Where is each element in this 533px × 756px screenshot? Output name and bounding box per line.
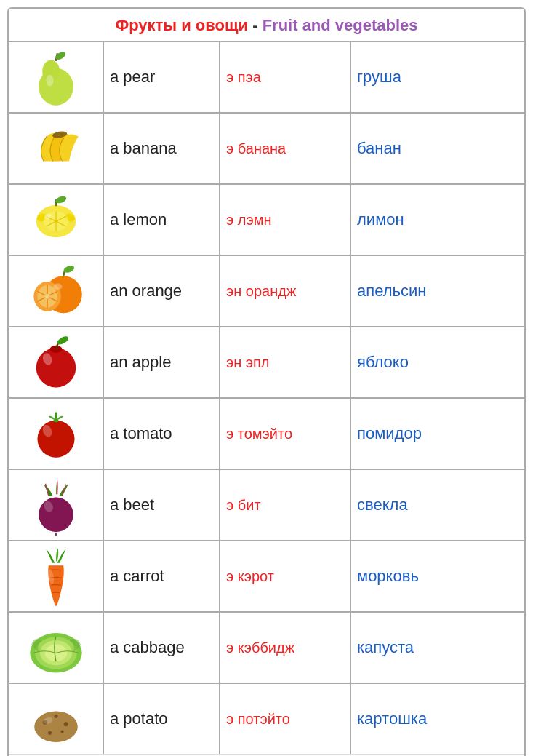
cell-image-cabbage <box>9 612 103 683</box>
table-row: a potato э потэйто картошка <box>9 683 524 754</box>
cell-russian-pear: груша <box>350 42 524 113</box>
pear-image <box>16 45 96 109</box>
cell-image-pear <box>9 42 103 113</box>
cell-transcription-apple: эн эпл <box>220 327 350 398</box>
table-row: a carrot э кэрот морковь <box>9 541 524 612</box>
title-dash: - <box>248 16 263 34</box>
orange-image <box>16 259 96 323</box>
cell-transcription-lemon: э лэмн <box>220 184 350 255</box>
svg-point-36 <box>37 420 74 457</box>
svg-point-56 <box>60 730 63 733</box>
potato-image <box>16 687 96 751</box>
cell-transcription-potato: э потэйто <box>220 683 350 754</box>
cell-transcription-orange: эн орандж <box>220 255 350 327</box>
cell-transcription-beet: э бит <box>220 469 350 541</box>
cell-image-banana <box>9 113 103 184</box>
lemon-image <box>16 188 96 252</box>
cell-transcription-carrot: э кэрот <box>220 541 350 612</box>
table-row: an orange эн орандж апельсин <box>9 255 524 327</box>
cell-russian-carrot: морковь <box>350 541 524 612</box>
vocabulary-card: Фрукты и овощи - Fruit and vegetables a … <box>7 7 526 756</box>
table-row: a banana э банана банан <box>9 113 524 184</box>
beet-image <box>16 473 96 537</box>
svg-point-6 <box>46 75 53 86</box>
cell-english-pear: a pear <box>103 42 220 113</box>
table-row: a pear э пэа груша <box>9 42 524 113</box>
cell-english-lemon: a lemon <box>103 184 220 255</box>
cell-transcription-banana: э банана <box>220 113 350 184</box>
tomato-image <box>16 402 96 466</box>
apple-image <box>16 330 96 394</box>
cell-russian-cabbage: капуста <box>350 612 524 683</box>
cell-english-tomato: a tomato <box>103 398 220 469</box>
cell-russian-potato: картошка <box>350 683 524 754</box>
svg-point-53 <box>54 714 57 717</box>
cell-image-beet <box>9 469 103 541</box>
cell-image-tomato <box>9 398 103 469</box>
title-bar: Фрукты и овощи - Fruit and vegetables <box>9 9 524 42</box>
cell-english-potato: a potato <box>103 683 220 754</box>
cell-image-lemon <box>9 184 103 255</box>
cell-transcription-tomato: э томэйто <box>220 398 350 469</box>
table-row: a lemon э лэмн лимон <box>9 184 524 255</box>
svg-point-28 <box>53 283 62 290</box>
cell-russian-lemon: лимон <box>350 184 524 255</box>
cell-image-carrot <box>9 541 103 612</box>
svg-point-25 <box>44 293 49 298</box>
cell-image-apple <box>9 327 103 398</box>
cell-english-orange: an orange <box>103 255 220 327</box>
cell-image-potato <box>9 683 103 754</box>
carrot-image <box>16 544 96 608</box>
cell-english-apple: an apple <box>103 327 220 398</box>
vocabulary-table: a pear э пэа груша a banana э банана бан… <box>9 42 524 754</box>
svg-point-54 <box>63 722 68 726</box>
cell-russian-orange: апельсин <box>350 255 524 327</box>
cell-english-beet: a beet <box>103 469 220 541</box>
cell-russian-banana: банан <box>350 113 524 184</box>
table-row: a tomato э томэйто помидор <box>9 398 524 469</box>
title-russian: Фрукты и овощи <box>115 16 248 34</box>
cell-english-cabbage: a cabbage <box>103 612 220 683</box>
cabbage-image <box>16 616 96 680</box>
cell-transcription-pear: э пэа <box>220 42 350 113</box>
cell-english-carrot: a carrot <box>103 541 220 612</box>
cell-russian-tomato: помидор <box>350 398 524 469</box>
cell-transcription-cabbage: э кэббидж <box>220 612 350 683</box>
svg-point-43 <box>39 497 73 532</box>
cell-russian-beet: свекла <box>350 469 524 541</box>
table-row: a beet э бит свекла <box>9 469 524 541</box>
table-row: a cabbage э кэббидж капуста <box>9 612 524 683</box>
title-english: Fruit and vegetables <box>263 16 418 34</box>
cell-english-banana: a banana <box>103 113 220 184</box>
banana-image <box>16 116 96 180</box>
cell-image-orange <box>9 255 103 327</box>
svg-point-30 <box>36 348 75 387</box>
cell-russian-apple: яблоко <box>350 327 524 398</box>
table-row: an apple эн эпл яблоко <box>9 327 524 398</box>
svg-point-55 <box>47 731 51 734</box>
